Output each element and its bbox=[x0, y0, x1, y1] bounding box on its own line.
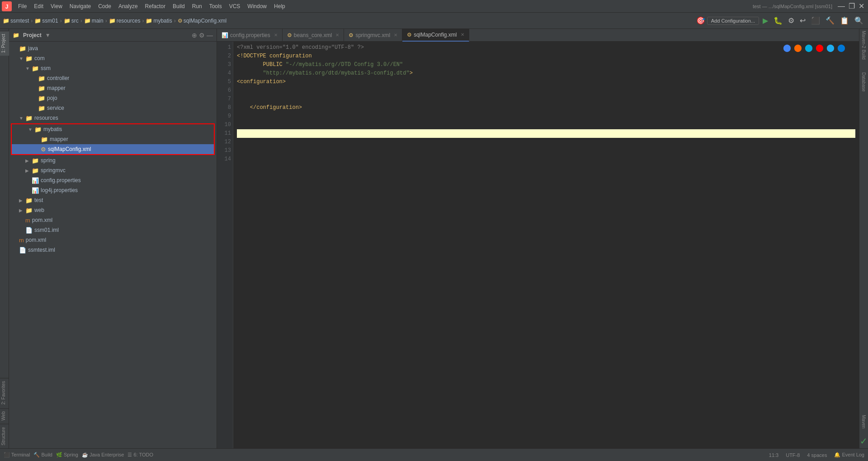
edge-icon[interactable]: ⬤ bbox=[837, 43, 845, 52]
tree-test[interactable]: ▶ 📁 test bbox=[9, 195, 217, 205]
safari-icon[interactable]: ⬤ bbox=[805, 43, 813, 52]
iml-icon2: 📄 bbox=[19, 247, 26, 254]
tree-config-properties[interactable]: 📊 config.properties bbox=[9, 175, 217, 185]
breadcrumb-ssm01[interactable]: ssm01 bbox=[42, 18, 58, 24]
menu-refactor[interactable]: Refactor bbox=[142, 2, 169, 10]
tree-service[interactable]: 📁 service bbox=[9, 103, 217, 113]
code-line-7 bbox=[237, 95, 855, 103]
close-button[interactable]: ✕ bbox=[857, 1, 866, 11]
spring-button[interactable]: 🌿 Spring bbox=[56, 452, 78, 458]
maven-label[interactable]: Maven bbox=[860, 413, 867, 430]
tree-com[interactable]: ▼ 📁 com bbox=[9, 53, 217, 63]
tree-springmvc[interactable]: ▶ 📁 springmvc bbox=[9, 165, 217, 175]
sidebar-tab-structure[interactable]: Structure bbox=[0, 424, 9, 448]
todo-button[interactable]: ☰ 6: TODO bbox=[127, 452, 153, 458]
database-label[interactable]: Database bbox=[860, 71, 867, 94]
minimize-button[interactable]: — bbox=[836, 1, 847, 11]
tree-mapper[interactable]: 📁 mapper bbox=[9, 83, 217, 93]
breadcrumb-mybatis[interactable]: mybatis bbox=[153, 18, 172, 24]
tab-config-properties[interactable]: 📊 config.properties ✕ bbox=[217, 29, 283, 42]
locate-file-button[interactable]: ⊕ bbox=[192, 32, 197, 39]
ie-icon[interactable]: ⬤ bbox=[826, 43, 835, 52]
tree-spring[interactable]: ▶ 📁 spring bbox=[9, 155, 217, 165]
tree-item-label: log4j.properties bbox=[41, 187, 78, 193]
tree-pom-root[interactable]: m pom.xml bbox=[9, 235, 217, 245]
tree-pom-ssm01[interactable]: m pom.xml bbox=[9, 215, 217, 225]
tree-ssm01-iml[interactable]: 📄 ssm01.iml bbox=[9, 225, 217, 235]
tab-label: springmvc.xml bbox=[355, 32, 390, 38]
opera-icon[interactable]: ⬤ bbox=[816, 43, 824, 52]
chrome-icon[interactable]: ⬤ bbox=[783, 43, 791, 52]
tab-close-button[interactable]: ✕ bbox=[461, 32, 464, 37]
tab-beans-core[interactable]: ⚙ beans_core.xml ✕ bbox=[283, 29, 344, 42]
tree-item-label: springmvc bbox=[41, 167, 66, 174]
coverage-button[interactable]: ⚙ bbox=[786, 15, 796, 26]
menu-analyze[interactable]: Analyze bbox=[115, 2, 142, 10]
tree-ssm[interactable]: ▼ 📁 ssm bbox=[9, 63, 217, 73]
menu-vcs[interactable]: VCS bbox=[226, 2, 244, 10]
breadcrumb-ssmtest[interactable]: ssmtest bbox=[10, 18, 29, 24]
menu-help[interactable]: Help bbox=[270, 2, 289, 10]
menu-build[interactable]: Build bbox=[169, 2, 189, 10]
folder-icon5: 📁 bbox=[109, 18, 116, 24]
tree-java[interactable]: 📁 java bbox=[9, 43, 217, 53]
maximize-button[interactable]: ❐ bbox=[847, 1, 857, 11]
menu-run[interactable]: Run bbox=[189, 2, 206, 10]
tab-springmvc[interactable]: ⚙ springmvc.xml ✕ bbox=[344, 29, 402, 42]
code-text[interactable]: <?xml version="1.0" encoding="UTF-8" ?> … bbox=[233, 42, 859, 448]
tab-close-button[interactable]: ✕ bbox=[274, 33, 278, 38]
tree-pojo[interactable]: 📁 pojo bbox=[9, 93, 217, 103]
menu-edit[interactable]: Edit bbox=[30, 2, 47, 10]
run-button[interactable]: ▶ bbox=[761, 15, 770, 26]
spring-icon: 🌿 bbox=[56, 452, 62, 457]
menu-file[interactable]: File bbox=[14, 2, 30, 10]
menu-window[interactable]: Window bbox=[244, 2, 270, 10]
search-everywhere-button[interactable]: 🔍 bbox=[853, 15, 865, 26]
sidebar-tab-web[interactable]: Web bbox=[0, 408, 9, 423]
build-status-button[interactable]: 🔨 Build bbox=[33, 452, 52, 458]
tree-web[interactable]: ▶ 📁 web bbox=[9, 205, 217, 215]
maven-icon2: m bbox=[19, 237, 24, 244]
tree-log4j-properties[interactable]: 📊 log4j.properties bbox=[9, 185, 217, 195]
maven2-build-label[interactable]: Maven-2 Build bbox=[860, 29, 867, 61]
event-log-button[interactable]: 🔔 Event Log bbox=[834, 452, 864, 458]
tab-close-button[interactable]: ✕ bbox=[394, 33, 397, 38]
tree-resources[interactable]: ▼ 📁 resources bbox=[9, 113, 217, 123]
mybatis-highlight-region: ▼ 📁 mybatis 📁 mapper ⚙ sqlMapConfig.xml bbox=[11, 123, 215, 155]
xml-tab-icon3: ⚙ bbox=[407, 32, 412, 38]
menu-navigate[interactable]: Navigate bbox=[66, 2, 94, 10]
tree-controller[interactable]: 📁 controller bbox=[9, 73, 217, 83]
terminal-button[interactable]: ⬛ Terminal bbox=[4, 452, 30, 458]
profile-button[interactable]: ↩ bbox=[798, 15, 807, 26]
java-enterprise-button[interactable]: ☕ Java Enterprise bbox=[82, 452, 124, 458]
firefox-icon[interactable]: ⬤ bbox=[794, 43, 802, 52]
sidebar-tab-favorites[interactable]: 2: Favorites bbox=[0, 378, 9, 407]
breadcrumb-src[interactable]: src bbox=[71, 18, 79, 24]
menu-code[interactable]: Code bbox=[94, 2, 115, 10]
cursor-position: 11:3 bbox=[769, 452, 778, 458]
breadcrumb: 📁 ssmtest › 📁 ssm01 › 📁 src › 📁 main › 📁… bbox=[3, 18, 694, 24]
build-button[interactable]: 🔨 bbox=[824, 15, 836, 26]
debug-button[interactable]: 🐛 bbox=[772, 15, 784, 26]
tree-mybatis[interactable]: ▼ 📁 mybatis bbox=[12, 124, 214, 134]
tree-sqlmapconfig[interactable]: ⚙ sqlMapConfig.xml bbox=[12, 144, 214, 154]
tree-mybatis-mapper[interactable]: 📁 mapper bbox=[12, 134, 214, 144]
add-configuration-button[interactable]: Add Configuration... bbox=[707, 17, 759, 25]
menu-tools[interactable]: Tools bbox=[206, 2, 226, 10]
tab-close-button[interactable]: ✕ bbox=[335, 33, 339, 38]
breadcrumb-resources[interactable]: resources bbox=[117, 18, 141, 24]
code-line-6 bbox=[237, 86, 855, 95]
update-button[interactable]: 📋 bbox=[838, 15, 851, 26]
dropdown-arrow-icon[interactable]: ▼ bbox=[45, 32, 51, 38]
menu-view[interactable]: View bbox=[47, 2, 66, 10]
panel-settings-button[interactable]: ⚙ bbox=[199, 32, 205, 39]
breadcrumb-file[interactable]: sqlMapConfig.xml bbox=[184, 18, 226, 24]
stop-button[interactable]: ⬛ bbox=[809, 15, 822, 26]
tree-item-label: mapper bbox=[50, 136, 68, 142]
breadcrumb-main[interactable]: main bbox=[92, 18, 104, 24]
tree-item-label: ssm01.iml bbox=[34, 227, 59, 233]
panel-minimize-button[interactable]: — bbox=[207, 32, 213, 39]
tab-sqlmapconfig[interactable]: ⚙ sqlMapConfig.xml ✕ bbox=[402, 29, 469, 42]
tree-ssmtest-iml[interactable]: 📄 ssmtest.iml bbox=[9, 245, 217, 255]
sidebar-tab-project[interactable]: 1: Project bbox=[0, 31, 9, 56]
